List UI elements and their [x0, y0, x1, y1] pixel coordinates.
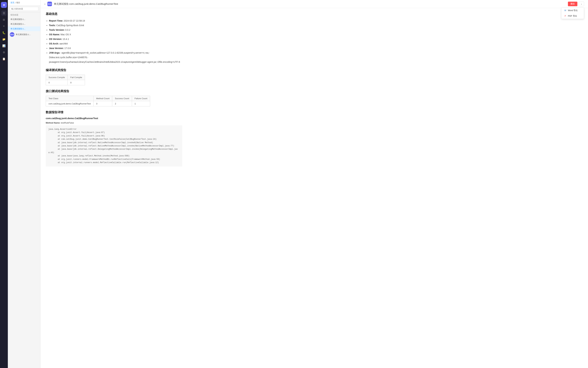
- compile-table: Success Compile Fail Compile 0 0: [46, 75, 85, 85]
- info-item-os-version: OS Version: 13.4.1: [49, 37, 182, 41]
- basic-info-list: Report Time: 2024-03-27 22:58:19 Tools: …: [46, 18, 182, 64]
- info-key-jvm-args: JVM Args:: [49, 51, 60, 54]
- export-dropdown: W Word 导出 P PDF 导出: [561, 8, 584, 19]
- interface-row-1: com.cat2bug.junit.demo.Cat2BugRunnerTest…: [46, 101, 150, 106]
- pdf-icon: P: [564, 15, 567, 17]
- compile-cell-success: 0: [46, 80, 68, 85]
- compile-col-success: Success Compile: [46, 75, 68, 80]
- compile-col-fail: Fail Compile: [68, 75, 85, 80]
- top-bar-left: ‹ dem 单元测试报告:com.cat2bug.junit.demo.Cat2…: [45, 2, 118, 6]
- info-val-tools: Cat2Bug-Spring-Boot-JUnit: [56, 24, 84, 27]
- detail-class-name: com.cat2bug.junit.demo.Cat2BugRunnerTest: [46, 117, 182, 120]
- nav-section-title: 报告标题: [8, 12, 40, 17]
- method-label: Method Name:: [46, 122, 60, 124]
- back-button[interactable]: ‹: [45, 2, 45, 5]
- avatar: dem: [10, 32, 14, 37]
- breadcrumb-home[interactable]: 首页: [10, 1, 14, 4]
- sidebar-rail: ★ ☰ ⊞ ≡ 🐛 📁 📊 ⚙ 📋: [0, 0, 8, 368]
- download-button[interactable]: ↓: [579, 2, 584, 6]
- report-icon: dem: [47, 2, 52, 6]
- home-icon[interactable]: ⊞: [1, 17, 7, 22]
- info-key-os-name: OS Name:: [49, 33, 60, 36]
- info-key-java-version: Java Version:: [49, 47, 64, 49]
- pdf-export-item[interactable]: P PDF 导出: [561, 13, 584, 19]
- breadcrumb: 首页 / 项目: [8, 0, 40, 6]
- report-title: 单元测试报告:com.cat2bug.junit.demo.Cat2BugRun…: [54, 2, 118, 6]
- interface-col-class: Test Class: [46, 96, 94, 101]
- info-val-os-arch: aarch64: [59, 42, 68, 45]
- settings-icon[interactable]: ⚙: [1, 50, 7, 55]
- method-item-1: Method Name: testRuleFalse java.lang.Ass…: [46, 122, 182, 166]
- menu-icon[interactable]: ☰: [1, 10, 7, 16]
- info-item-jvm-args: JVM Args: -agentlib:jdwp=transport=dt_so…: [49, 50, 182, 64]
- basic-info-title: 基础信息: [46, 12, 182, 16]
- interface-col-failure-count: Failure Count: [132, 96, 150, 101]
- info-val-os-name: Mac OS X: [61, 33, 71, 36]
- sidebar-nav: 首页 / 项目 报告标题 单元测试报告:c... 单元测试报告:c... 单元测…: [8, 0, 41, 368]
- word-export-label: Word 导出: [568, 9, 578, 12]
- info-item-tools: Tools: Cat2Bug-Spring-Boot-JUnit: [49, 23, 182, 28]
- search-box: [8, 6, 40, 12]
- sidebar-avatar-item[interactable]: dem 单元测试报告:c...: [8, 31, 40, 38]
- interface-cell-class: com.cat2bug.junit.demo.Cat2BugRunnerTest: [46, 101, 94, 106]
- method-name: testRuleFalse: [61, 122, 74, 124]
- info-key-os-version: OS Version:: [49, 38, 62, 40]
- folder-icon[interactable]: 📁: [1, 37, 7, 42]
- sidebar-item-1[interactable]: 单元测试报告:c...: [8, 17, 40, 22]
- pdf-export-label: PDF 导出: [568, 15, 577, 18]
- sidebar-item-3[interactable]: 单元测试报告:c...: [8, 27, 40, 31]
- info-key-report-time: Report Time:: [49, 19, 63, 22]
- method-name-line: Method Name: testRuleFalse: [46, 122, 182, 124]
- report-body: 基础信息 Report Time: 2024-03-27 22:58:19 To…: [41, 8, 188, 173]
- info-item-tools-version: Tools Version: 0.0.2: [49, 28, 182, 32]
- detail-section-title: 数据报告详情: [46, 110, 182, 114]
- top-bar-right: 删除 ↓ W Word 导出 P PDF 导出: [568, 2, 584, 6]
- compile-cell-fail: 0: [68, 80, 85, 85]
- info-key-os-arch: OS Arch:: [49, 42, 59, 45]
- bug-icon[interactable]: 🐛: [1, 30, 7, 35]
- compile-row-1: 0 0: [46, 80, 85, 85]
- chart-icon[interactable]: 📊: [1, 43, 7, 48]
- search-input[interactable]: [10, 7, 38, 11]
- delete-button[interactable]: 删除: [568, 2, 577, 6]
- list-icon[interactable]: ≡: [1, 24, 7, 29]
- interface-section-title: 接口测试结果报告: [46, 89, 182, 93]
- interface-cell-success-count: 2: [112, 101, 132, 106]
- interface-col-success-count: Success Count: [112, 96, 132, 101]
- info-item-report-time: Report Time: 2024-03-27 22:58:19: [49, 18, 182, 23]
- top-bar: ‹ dem 单元测试报告:com.cat2bug.junit.demo.Cat2…: [41, 0, 588, 8]
- info-key-tools-version: Tools Version:: [49, 28, 64, 31]
- info-item-java-version: Java Version: 17.0.6: [49, 46, 182, 50]
- interface-col-method-count: Method Count: [93, 96, 112, 101]
- app-logo: ★: [1, 2, 7, 8]
- info-val-report-time: 2024-03-27 22:58:19: [64, 19, 85, 22]
- info-val-os-version: 13.4.1: [63, 38, 69, 40]
- info-item-os-name: OS Name: Mac OS X: [49, 32, 182, 37]
- info-item-os-arch: OS Arch: aarch64: [49, 41, 182, 46]
- info-val-java-version: 17.0.6: [64, 47, 71, 49]
- info-key-tools: Tools:: [49, 24, 56, 27]
- log-icon[interactable]: 📋: [1, 56, 7, 61]
- word-icon: W: [564, 9, 567, 12]
- interface-cell-failure-count: 1: [132, 101, 150, 106]
- interface-cell-method-count: 3: [93, 101, 112, 106]
- sidebar-item-2[interactable]: 单元测试报告:c...: [8, 22, 40, 27]
- main-content: ‹ dem 单元测试报告:com.cat2bug.junit.demo.Cat2…: [41, 0, 588, 368]
- word-export-item[interactable]: W Word 导出: [561, 8, 584, 13]
- info-val-jvm-args: -agentlib:jdwp=transport=dt_socket,addre…: [49, 51, 180, 63]
- compile-section-title: 编译测试类报告: [46, 68, 182, 72]
- sidebar-avatar-label: 单元测试报告:c...: [16, 33, 31, 36]
- info-val-tools-version: 0.0.2: [65, 28, 70, 31]
- interface-table: Test Class Method Count Success Count Fa…: [46, 96, 150, 106]
- stack-trace: java.lang.AssertionError at org.junit.As…: [46, 125, 182, 166]
